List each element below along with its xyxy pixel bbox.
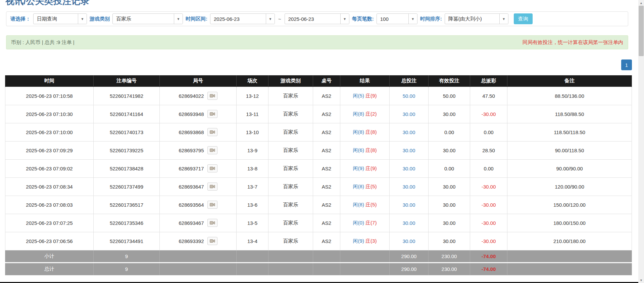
total-bet-link[interactable]: 50.00 [403,93,415,99]
cell-game-type: 百家乐 [268,232,313,250]
cell-time: 2025-06-23 07:08:34 [5,177,94,196]
notice-text: 同局有效投注，统一计算在该局第一张注单内 [523,39,623,46]
cell-time: 2025-06-23 07:06:56 [5,232,94,250]
cell-payout: 47.50 [470,87,507,105]
cell-game-type: 百家乐 [268,196,313,214]
cell-table-no: AS2 [313,159,340,177]
cell-time: 2025-06-23 07:09:02 [5,159,94,177]
cell-game-type: 百家乐 [268,159,313,177]
cell-round: 628694022 [160,87,237,105]
cell-session: 13-12 [237,87,268,105]
vertical-scrollbar[interactable]: ▲ ▼ [638,0,644,283]
cell-valid-bet: 0.00 [429,123,470,141]
cell-time: 2025-06-23 07:07:25 [5,214,94,232]
video-replay-button[interactable] [207,92,217,100]
total-bet-link[interactable]: 30.00 [403,148,415,153]
video-replay-button[interactable] [207,164,217,172]
table-header: 时间 注单编号 局号 场次 游戏类别 桌号 结果 总投注 有效投注 总派彩 备注 [5,75,632,87]
round-number: 628694022 [179,93,204,99]
video-replay-button[interactable] [207,128,217,136]
total-bet-link[interactable]: 30.00 [403,184,415,190]
total-valid-bet: 230.00 [429,262,470,275]
cell-total-bet: 30.00 [390,177,429,196]
date-from-input[interactable]: 2025-06-23 ▼ [210,13,275,24]
summary-bar: 币别 : 人民币 | 总共 :9 注单 | 同局有效投注，统一计算在该局第一张注… [6,35,628,49]
time-sort-select[interactable]: 降冪(由大到小) ▼ [445,13,508,24]
scroll-up-arrow-icon[interactable]: ▲ [638,0,644,6]
header-table-no: 桌号 [313,75,340,87]
banker-result: 庄(9) [365,93,377,98]
pagination-page-1[interactable]: 1 [621,59,632,70]
header-session: 场次 [237,75,268,87]
cell-round: 628693868 [160,123,237,141]
cell-session: 13-7 [237,177,268,196]
total-bet-link[interactable]: 30.00 [403,202,415,208]
subtotal-valid-bet: 230.00 [429,250,470,262]
player-result: 闲(5) [353,93,364,98]
currency-total-info: 币别 : 人民币 | 总共 :9 注单 | [11,39,75,46]
cell-payout: 28.50 [470,141,507,159]
video-replay-icon [210,148,215,152]
cell-table-no: AS2 [313,87,340,105]
cell-result: 闲(9) 庄(9) [340,159,390,177]
cell-game-type: 百家乐 [268,177,313,196]
cell-note: 120.00/90.00 [507,177,632,196]
video-replay-button[interactable] [207,219,217,227]
search-button[interactable]: 查询 [514,13,533,24]
cell-bet-id: 522601734491 [94,232,160,250]
scroll-down-arrow-icon[interactable]: ▼ [638,277,644,283]
video-replay-button[interactable] [207,110,217,118]
page: 视讯/公关类投注记录 请选择： 日期查询 ▼ 游戏类别 百家乐 ▼ 时间区间: … [0,0,638,283]
header-note: 备注 [507,75,632,87]
date-range-label: 时间区间: [186,16,207,22]
cell-total-bet: 30.00 [390,196,429,214]
total-bet-link[interactable]: 30.00 [403,129,415,135]
cell-round: 628693948 [160,105,237,123]
header-time: 时间 [5,75,94,87]
cell-bet-id: 522601737499 [94,177,160,196]
cell-round: 628693647 [160,177,237,196]
query-type-select[interactable]: 日期查询 ▼ [33,13,87,24]
player-result: 闲(9) [353,165,364,171]
cell-payout: -30.00 [470,232,507,250]
total-count: 9 [94,262,160,275]
subtotal-count: 9 [94,250,160,262]
date-to-input[interactable]: 2025-06-23 ▼ [285,13,349,24]
page-size-value: 100 [377,16,408,22]
video-replay-button[interactable] [207,201,217,209]
video-replay-button[interactable] [207,146,217,154]
cell-payout: -30.00 [470,177,507,196]
chevron-down-icon: ▼ [174,14,183,24]
scrollbar-thumb[interactable] [639,6,644,56]
table-row: 2025-06-23 07:08:34522601737499628693647… [5,177,632,196]
cell-bet-id: 522601741982 [94,87,160,105]
cell-result: 闲(8) 庄(8) [340,123,390,141]
time-sort-label: 时间排序: [420,16,442,22]
game-type-select[interactable]: 百家乐 ▼ [112,13,183,24]
video-replay-button[interactable] [207,237,217,245]
cell-table-no: AS2 [313,232,340,250]
round-number: 628693868 [179,129,204,135]
cell-valid-bet: 30.00 [429,105,470,123]
time-sort-value: 降冪(由大到小) [445,16,499,22]
game-type-label: 游戏类别 [90,16,110,22]
cell-payout: 0.00 [470,159,507,177]
header-game-type: 游戏类别 [268,75,313,87]
cell-bet-id: 522601738428 [94,159,160,177]
cell-round: 628693467 [160,214,237,232]
banker-result: 庄(5) [365,184,377,189]
total-bet-link[interactable]: 30.00 [403,220,415,226]
cell-round: 628693564 [160,196,237,214]
player-result: 闲(8) [353,184,364,189]
cell-time: 2025-06-23 07:08:03 [5,196,94,214]
total-bet-link[interactable]: 30.00 [403,111,415,117]
header-total-bet: 总投注 [390,75,429,87]
cell-valid-bet: 30.00 [429,141,470,159]
page-size-select[interactable]: 100 ▼ [377,13,417,24]
cell-bet-id: 522601739225 [94,141,160,159]
game-type-value: 百家乐 [113,16,174,22]
total-bet-link[interactable]: 30.00 [403,166,415,171]
cell-session: 13-11 [237,105,268,123]
video-replay-button[interactable] [207,183,217,191]
total-bet-link[interactable]: 30.00 [403,238,415,244]
